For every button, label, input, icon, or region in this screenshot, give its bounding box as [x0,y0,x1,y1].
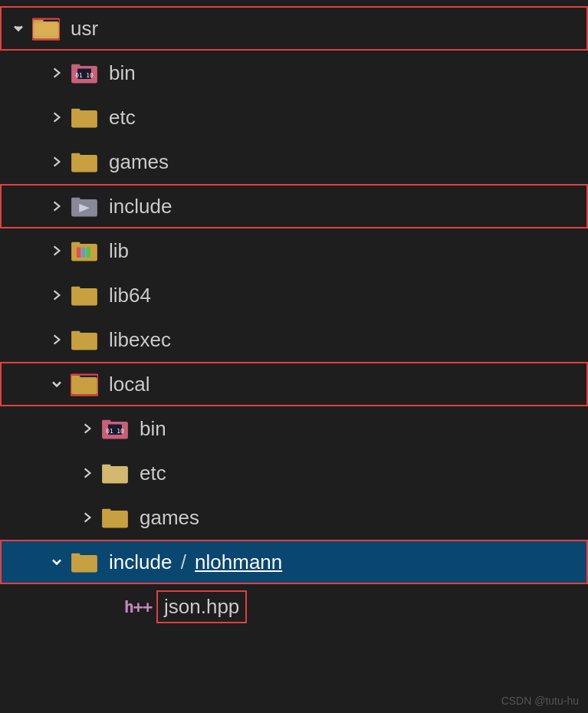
svg-rect-6 [71,64,80,68]
svg-rect-19 [82,248,86,258]
folder-include-icon [67,189,101,223]
svg-rect-3 [34,21,57,35]
svg-rect-12 [71,153,80,157]
tree-item-lib64-label: lib64 [109,284,151,307]
tree-item-games-label: games [109,150,169,174]
folder-local-etc-icon [98,456,132,490]
tree-item-local-etc[interactable]: etc [0,451,588,495]
svg-rect-14 [71,198,80,202]
svg-text:01
10: 01 10 [75,72,94,79]
svg-rect-11 [71,155,97,172]
folder-bin-icon: 01 10 [67,56,101,90]
svg-rect-26 [71,376,80,380]
tree-item-usr-label: usr [71,17,98,41]
tree-item-games[interactable]: games [0,140,588,184]
svg-rect-9 [71,110,97,128]
folder-local-games-icon [98,501,132,534]
chevron-down-icon[interactable] [46,373,67,395]
tree-item-local-etc-label: etc [140,462,166,485]
svg-rect-24 [71,331,80,335]
svg-rect-10 [71,109,80,113]
folder-etc-icon [67,100,101,134]
folder-local-open-icon [67,367,101,401]
chevron-right-icon[interactable] [77,462,98,484]
tree-item-bin-label: bin [109,61,136,85]
svg-rect-33 [102,465,110,468]
folder-local-bin-icon: 01 10 [98,412,132,445]
chevron-right-icon[interactable] [46,107,67,128]
chevron-right-icon[interactable] [46,329,67,350]
svg-rect-36 [71,555,97,573]
chevron-right-icon[interactable] [77,507,98,528]
tree-item-local-include[interactable]: include / nlohmann [0,540,588,584]
tree-item-local-bin-label: bin [140,417,166,441]
svg-rect-23 [71,333,97,350]
watermark: CSDN @tutu-hu [501,695,579,707]
tree-item-local-games[interactable]: games [0,495,588,540]
chevron-right-icon[interactable] [46,62,67,84]
tree-item-local-include-label: include [109,550,172,574]
svg-rect-17 [71,242,80,246]
tree-item-bin[interactable]: 01 10 bin [0,51,588,95]
chevron-right-icon[interactable] [77,418,98,439]
tree-item-local[interactable]: local [0,362,588,406]
chevron-right-icon[interactable] [46,240,67,261]
chevron-right-icon[interactable] [46,196,67,217]
tree-item-usr[interactable]: usr [0,6,588,51]
tree-item-lib[interactable]: lib [0,228,588,273]
folder-libexec-icon [67,323,101,356]
svg-rect-37 [71,554,80,557]
file-tree: usr 01 10 bin etc [0,0,588,635]
tree-item-json-hpp-label: json.hpp [159,593,244,620]
folder-lib64-icon [67,278,101,312]
tree-item-libexec-label: libexec [109,328,171,352]
tree-item-libexec[interactable]: libexec [0,317,588,362]
chevron-right-icon[interactable] [46,151,67,172]
tree-item-lib-label: lib [109,239,129,263]
tree-item-nlohmann-label[interactable]: nlohmann [195,550,282,574]
chevron-down-icon[interactable] [46,551,67,573]
svg-rect-22 [71,287,80,291]
tree-item-etc-label: etc [109,106,136,130]
tree-item-include[interactable]: include [0,184,588,228]
svg-text:01
10: 01 10 [106,428,124,435]
folder-games-icon [67,145,101,179]
svg-rect-18 [77,248,81,258]
svg-rect-34 [102,511,128,528]
tree-item-etc[interactable]: etc [0,95,588,140]
tree-item-lib64[interactable]: lib64 [0,273,588,317]
folder-open-icon [29,12,63,45]
file-hpp-icon: h++ [121,590,155,623]
svg-rect-20 [86,248,90,258]
tree-item-local-label: local [109,373,149,396]
svg-rect-29 [102,420,110,424]
tree-item-include-label: include [109,195,172,219]
chevron-right-icon[interactable] [46,284,67,306]
tree-item-json-hpp[interactable]: h++ json.hpp [0,584,588,629]
svg-rect-25 [71,377,97,395]
folder-local-include-icon [67,545,101,579]
svg-rect-32 [102,466,128,484]
tree-item-local-bin[interactable]: 01 10 bin [0,406,588,451]
tree-item-local-games-label: games [140,506,199,530]
folder-lib-icon [67,234,101,268]
chevron-down-icon[interactable] [8,18,29,39]
svg-rect-21 [71,288,97,306]
svg-rect-35 [102,509,110,513]
